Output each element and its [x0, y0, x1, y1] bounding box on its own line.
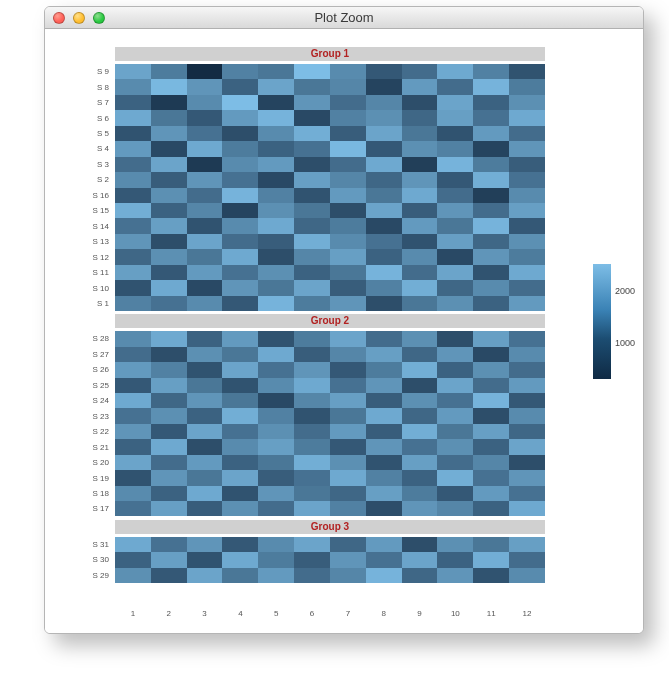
heatmap-cell — [187, 126, 223, 141]
heatmap-cell — [509, 347, 545, 362]
heatmap-cell — [115, 486, 151, 501]
heatmap-cell — [151, 552, 187, 567]
heatmap-cell — [258, 424, 294, 439]
heatmap-cell — [473, 126, 509, 141]
heatmap-cell — [437, 568, 473, 583]
heatmap-cell — [330, 501, 366, 516]
heatmap-cell — [258, 439, 294, 454]
heatmap-cell — [294, 95, 330, 110]
heatmap-cell — [366, 455, 402, 470]
x-tick-label: 12 — [509, 605, 545, 623]
heatmap-cell — [402, 439, 438, 454]
heatmap-cell — [509, 265, 545, 280]
heatmap-cell — [151, 172, 187, 187]
heatmap-cell — [187, 331, 223, 346]
heatmap-cell — [402, 265, 438, 280]
heatmap-cell — [187, 378, 223, 393]
heatmap-cell — [187, 455, 223, 470]
heatmap-cell — [187, 172, 223, 187]
heatmap-cell — [366, 280, 402, 295]
heatmap-cell — [402, 64, 438, 79]
heatmap-cell — [473, 568, 509, 583]
heatmap-cell — [473, 347, 509, 362]
heatmap-cell — [509, 203, 545, 218]
heatmap-row — [115, 408, 545, 423]
heatmap-cell — [330, 362, 366, 377]
heatmap-cell — [294, 172, 330, 187]
heatmap-cell — [473, 95, 509, 110]
heatmap-row — [115, 79, 545, 94]
heatmap-cell — [151, 280, 187, 295]
heatmap-cell — [294, 501, 330, 516]
heatmap-cell — [151, 568, 187, 583]
heatmap-cell — [473, 486, 509, 501]
heatmap-cell — [187, 470, 223, 485]
heatmap-cell — [509, 501, 545, 516]
heatmap-cell — [222, 439, 258, 454]
heatmap-cell — [294, 470, 330, 485]
heatmap-cell — [437, 79, 473, 94]
heatmap-cell — [187, 439, 223, 454]
heatmap-cell — [330, 79, 366, 94]
heatmap-cell — [258, 347, 294, 362]
heatmap-cell — [258, 141, 294, 156]
heatmap-cell — [258, 172, 294, 187]
heatmap-row — [115, 501, 545, 516]
heatmap-cell — [509, 64, 545, 79]
heatmap-cell — [402, 424, 438, 439]
y-tick-label: S 14 — [45, 219, 109, 234]
y-tick-label: S 17 — [45, 501, 109, 516]
heatmap-cell — [509, 424, 545, 439]
y-tick-label: S 24 — [45, 393, 109, 408]
heatmap-cell — [222, 470, 258, 485]
heatmap-cell — [509, 552, 545, 567]
heatmap-row — [115, 552, 545, 567]
facet-strip: Group 1 — [115, 47, 545, 61]
heatmap-cell — [115, 347, 151, 362]
heatmap-cell — [402, 296, 438, 311]
heatmap-cell — [473, 552, 509, 567]
x-tick-label: 11 — [473, 605, 509, 623]
heatmap-cell — [187, 265, 223, 280]
heatmap-cell — [473, 455, 509, 470]
heatmap-cell — [222, 486, 258, 501]
heatmap-cell — [473, 439, 509, 454]
heatmap-cell — [366, 79, 402, 94]
heatmap-row — [115, 249, 545, 264]
heatmap-cell — [258, 157, 294, 172]
heatmap-cell — [151, 537, 187, 552]
heatmap-cell — [437, 378, 473, 393]
heatmap-row — [115, 486, 545, 501]
legend-tick: 2000 — [615, 286, 635, 296]
heatmap-cell — [294, 157, 330, 172]
heatmap-cell — [330, 203, 366, 218]
heatmap-cell — [187, 218, 223, 233]
heatmap-cell — [437, 249, 473, 264]
heatmap-cell — [151, 126, 187, 141]
heatmap-cell — [509, 126, 545, 141]
heatmap-cell — [330, 141, 366, 156]
heatmap-cell — [330, 157, 366, 172]
heatmap-cell — [330, 424, 366, 439]
heatmap-cell — [222, 218, 258, 233]
heatmap-cell — [258, 265, 294, 280]
y-tick-label: S 28 — [45, 331, 109, 346]
titlebar[interactable]: Plot Zoom — [45, 7, 643, 29]
heatmap-cell — [437, 95, 473, 110]
heatmap-cell — [294, 439, 330, 454]
y-tick-label: S 23 — [45, 408, 109, 423]
heatmap-cell — [473, 424, 509, 439]
x-tick-label: 9 — [402, 605, 438, 623]
heatmap-cell — [366, 157, 402, 172]
heatmap-cell — [509, 331, 545, 346]
heatmap-row — [115, 424, 545, 439]
heatmap-cell — [222, 234, 258, 249]
heatmap-cell — [258, 126, 294, 141]
heatmap-cell — [258, 234, 294, 249]
heatmap-cell — [151, 362, 187, 377]
heatmap-cell — [222, 95, 258, 110]
heatmap-cell — [330, 110, 366, 125]
facet-group-1: Group 1 — [115, 47, 545, 311]
heatmap-cell — [509, 188, 545, 203]
heatmap-cell — [366, 486, 402, 501]
